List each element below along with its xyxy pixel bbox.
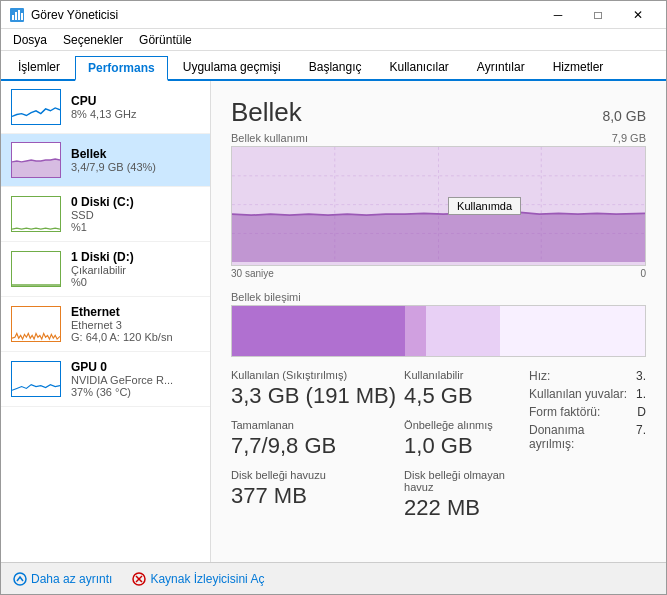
title-controls: ─ □ ✕: [538, 1, 658, 29]
memory-sub: 3,4/7,9 GB (43%): [71, 161, 200, 173]
main-header: Bellek 8,0 GB: [231, 97, 646, 128]
gpu-info: GPU 0 NVIDIA GeForce R... 37% (36 °C): [71, 360, 200, 398]
mem-seg-used: [232, 306, 405, 356]
main-panel: Bellek 8,0 GB Bellek kullanımı 7,9 GB: [211, 81, 666, 562]
stat-tamamlanan-label: Tamamlanan: [231, 419, 396, 431]
disk1-info: 1 Diski (D:) Çıkarılabilir %0: [71, 250, 200, 288]
stat-donanim-val: 7.: [636, 423, 646, 451]
stat-used-label: Kullanılan (Sıkıştırılmış): [231, 369, 396, 381]
main-window: Görev Yöneticisi ─ □ ✕ Dosya Seçenekler …: [0, 0, 667, 595]
mem-seg-free: [500, 306, 645, 356]
gpu-sub1: NVIDIA GeForce R...: [71, 374, 200, 386]
main-total-size: 8,0 GB: [602, 108, 646, 124]
gpu-thumb: [11, 361, 61, 397]
stat-onbellek-label: Önbelleğe alınmış: [404, 419, 521, 431]
stat-donanim-row: Donanıma ayrılmış: 7.: [529, 423, 646, 451]
tab-uygulama[interactable]: Uygulama geçmişi: [170, 55, 294, 79]
tab-baslangic[interactable]: Başlangıç: [296, 55, 375, 79]
disk0-name: 0 Diski (C:): [71, 195, 200, 209]
stat-form-val: D: [637, 405, 646, 419]
tab-performans[interactable]: Performans: [75, 56, 168, 81]
app-icon: [9, 7, 25, 23]
stat-available: Kullanılabilir 4,5 GB: [404, 369, 521, 409]
cpu-name: CPU: [71, 94, 200, 108]
tab-islemler[interactable]: İşlemler: [5, 55, 73, 79]
minimize-button[interactable]: ─: [538, 1, 578, 29]
sidebar-item-ethernet[interactable]: Ethernet Ethernet 3 G: 64,0 A: 120 Kb/sn: [1, 297, 210, 352]
composition-label: Bellek bileşimi: [231, 291, 301, 303]
menu-secenekler[interactable]: Seçenekler: [55, 31, 131, 49]
stats-col3: Hız: 3. Kullanılan yuvalar: 1. Form fakt…: [529, 369, 646, 521]
stat-disk-pool: Disk belleği havuzu 377 MB: [231, 469, 396, 509]
menu-dosya[interactable]: Dosya: [5, 31, 55, 49]
title-bar-left: Görev Yöneticisi: [9, 7, 118, 23]
disk0-thumb: [11, 196, 61, 232]
ethernet-name: Ethernet: [71, 305, 200, 319]
stats-container: Kullanılan (Sıkıştırılmış) 3,3 GB (191 M…: [231, 369, 646, 521]
ethernet-sub1: Ethernet 3: [71, 319, 200, 331]
svg-marker-12: [232, 212, 645, 262]
composition-bar: [232, 306, 645, 356]
less-detail-label: Daha az ayrıntı: [31, 572, 112, 586]
close-button[interactable]: ✕: [618, 1, 658, 29]
memory-composition-section: Bellek bileşimi: [231, 291, 646, 357]
stat-tamamlanan: Tamamlanan 7,7/9,8 GB: [231, 419, 396, 459]
sidebar-item-disk0[interactable]: 0 Diski (C:) SSD %1: [1, 187, 210, 242]
stat-disk-pool-label: Disk belleği havuzu: [231, 469, 396, 481]
less-detail-link[interactable]: Daha az ayrıntı: [13, 572, 112, 586]
time-right: 0: [640, 268, 646, 279]
memory-usage-chart: Kullanımda: [231, 146, 646, 266]
tab-hizmetler[interactable]: Hizmetler: [540, 55, 617, 79]
stat-disk-pool-value: 377 MB: [231, 483, 396, 509]
memory-composition-chart: [231, 305, 646, 357]
chart-label: Bellek kullanımı: [231, 132, 308, 144]
time-left: 30 saniye: [231, 268, 274, 279]
stat-used-value: 3,3 GB (191 MB): [231, 383, 396, 409]
chart-tooltip: Kullanımda: [448, 197, 521, 215]
memory-usage-section: Bellek kullanımı 7,9 GB: [231, 132, 646, 279]
composition-label-row: Bellek bileşimi: [231, 291, 646, 303]
cpu-info: CPU 8% 4,13 GHz: [71, 94, 200, 120]
disk1-sub2: %0: [71, 276, 200, 288]
sidebar-item-gpu[interactable]: GPU 0 NVIDIA GeForce R... 37% (36 °C): [1, 352, 210, 407]
svg-rect-4: [21, 13, 23, 20]
stat-nonpaged-label: Disk belleği olmayan havuz: [404, 469, 521, 493]
content-area: CPU 8% 4,13 GHz Bellek 3,4/7,9 GB (43%): [1, 81, 666, 562]
open-monitor-label: Kaynak İzleyicisini Aç: [150, 572, 264, 586]
stat-hiz-row: Hız: 3.: [529, 369, 646, 383]
stat-yuvalar-row: Kullanılan yuvalar: 1.: [529, 387, 646, 401]
stat-yuvalar-val: 1.: [636, 387, 646, 401]
sidebar-item-cpu[interactable]: CPU 8% 4,13 GHz: [1, 81, 210, 134]
stat-nonpaged: Disk belleği olmayan havuz 222 MB: [404, 469, 521, 521]
menu-goruntule[interactable]: Görüntüle: [131, 31, 200, 49]
tab-ayrintilar[interactable]: Ayrıntılar: [464, 55, 538, 79]
stat-hiz-val: 3.: [636, 369, 646, 383]
tab-kullanicilar[interactable]: Kullanıcılar: [376, 55, 461, 79]
window-title: Görev Yöneticisi: [31, 8, 118, 22]
disk1-thumb: [11, 251, 61, 287]
monitor-icon: [132, 572, 146, 586]
stats-right-panel: Hız: 3. Kullanılan yuvalar: 1. Form fakt…: [529, 369, 646, 451]
svg-rect-3: [18, 10, 20, 20]
disk1-sub1: Çıkarılabilir: [71, 264, 200, 276]
title-bar: Görev Yöneticisi ─ □ ✕: [1, 1, 666, 29]
svg-point-13: [14, 573, 26, 585]
tabs-bar: İşlemler Performans Uygulama geçmişi Baş…: [1, 51, 666, 81]
open-monitor-link[interactable]: Kaynak İzleyicisini Aç: [132, 572, 264, 586]
disk0-sub2: %1: [71, 221, 200, 233]
stat-nonpaged-value: 222 MB: [404, 495, 521, 521]
stat-onbellek-value: 1,0 GB: [404, 433, 521, 459]
svg-rect-2: [15, 12, 17, 20]
chart-max: 7,9 GB: [612, 132, 646, 144]
disk1-name: 1 Diski (D:): [71, 250, 200, 264]
stat-available-value: 4,5 GB: [404, 383, 521, 409]
gpu-sub2: 37% (36 °C): [71, 386, 200, 398]
stats-col1: Kullanılan (Sıkıştırılmış) 3,3 GB (191 M…: [231, 369, 396, 521]
sidebar-item-memory[interactable]: Bellek 3,4/7,9 GB (43%): [1, 134, 210, 187]
sidebar-item-disk1[interactable]: 1 Diski (D:) Çıkarılabilir %0: [1, 242, 210, 297]
bottom-bar: Daha az ayrıntı Kaynak İzleyicisini Aç: [1, 562, 666, 594]
time-label-row: 30 saniye 0: [231, 268, 646, 279]
maximize-button[interactable]: □: [578, 1, 618, 29]
chart-label-row: Bellek kullanımı 7,9 GB: [231, 132, 646, 144]
gpu-name: GPU 0: [71, 360, 200, 374]
